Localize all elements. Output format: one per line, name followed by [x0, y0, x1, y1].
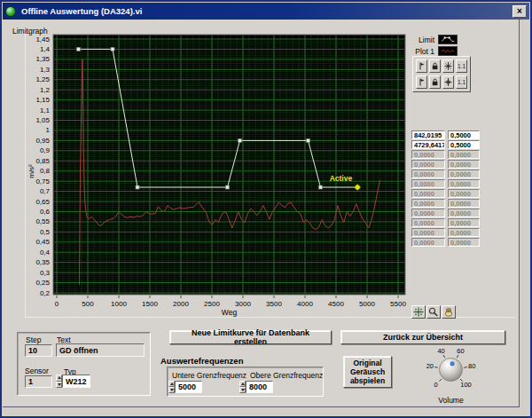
cursor-value-cell[interactable]: 842,0195 [411, 130, 445, 139]
cursor-value-cell[interactable]: 0,0000 [411, 170, 445, 178]
typ-spinner[interactable] [56, 375, 62, 388]
cursor-value-cell[interactable]: 0,0000 [448, 189, 480, 198]
svg-text:0,35: 0,35 [35, 258, 50, 266]
cursor-value-icon: 1.1 [457, 61, 466, 71]
cursor-value-cell[interactable]: 0,0000 [448, 160, 480, 169]
crosshair-icon [413, 307, 424, 317]
svg-text:0,8: 0,8 [40, 167, 51, 175]
knob-indicator-dot [450, 362, 455, 367]
upper-frequency-label: Obere Grenzfrequenz [250, 371, 323, 380]
cursor-value-cell[interactable]: 0,0000 [411, 189, 445, 198]
cursor-value-cell[interactable]: 0,0000 [411, 150, 445, 159]
plot1-curve-icon[interactable] [438, 46, 458, 56]
palette-crosshair-button[interactable] [411, 305, 426, 319]
cursor-value-cell[interactable]: 0,0000 [448, 199, 480, 208]
volume-knob[interactable]: 020406080100 [426, 344, 476, 395]
cursor-value-cell[interactable]: 0,5000 [448, 140, 480, 149]
svg-text:0,9: 0,9 [40, 146, 51, 154]
magnifier-icon [428, 307, 439, 317]
cursor-row: 0,00000,0000 [411, 228, 480, 237]
cursor-value-cell[interactable]: 0,0000 [448, 238, 480, 247]
svg-text:m/s²: m/s² [27, 164, 35, 178]
svg-text:1: 1 [46, 126, 51, 134]
lower-frequency-field[interactable]: 5000 [175, 381, 202, 393]
legend-label-plot1: Plot 1 [410, 47, 438, 56]
cursor1-select-button[interactable] [416, 59, 427, 73]
back-to-overview-button[interactable]: Zurück zur Übersicht [340, 330, 505, 344]
vi-icon [5, 6, 16, 17]
svg-text:0,95: 0,95 [35, 137, 50, 145]
lower-spin-up[interactable] [168, 381, 175, 387]
cursor-value-cell[interactable]: 0,0000 [448, 179, 480, 188]
upper-frequency-field[interactable]: 8000 [246, 381, 273, 393]
lower-frequency-label: Untere Grenzfrequenz [172, 371, 246, 380]
cursor2-position-button[interactable]: 1.1 [456, 75, 467, 89]
cursor-row: 0,00000,0000 [411, 170, 480, 178]
cursor-value-cell[interactable]: 0,0000 [448, 170, 480, 178]
cursor-pointer-icon [418, 77, 426, 87]
cursor1-style-button[interactable] [442, 59, 454, 73]
app-window: Offline Auswertung (DA324).vi × Limitgra… [0, 0, 532, 418]
cursor-value-cell[interactable]: 0,0000 [448, 209, 480, 217]
step-field[interactable]: 10 [25, 344, 52, 357]
typ-field[interactable]: W212 [62, 375, 90, 388]
cursor2-select-button[interactable] [416, 75, 427, 89]
window-title: Offline Auswertung (DA324).vi [21, 6, 512, 16]
cursor-value-cell[interactable]: 0,0000 [411, 199, 445, 208]
cursor1-position-button[interactable]: 1.1 [456, 59, 467, 73]
limit-graph-plot[interactable]: Active0,20,250,30,350,40,450,50,550,60,6… [7, 27, 408, 321]
sensor-field[interactable]: 1 [25, 375, 52, 388]
cursor-value-cell[interactable]: 0,0000 [448, 218, 480, 227]
hand-icon [443, 307, 454, 317]
cursor-legend: 1.1 [412, 56, 471, 92]
play-original-button[interactable]: Original Geräusch abspielen [343, 356, 392, 388]
cursor-value-cell[interactable]: 0,0000 [448, 150, 480, 159]
upper-spin-up[interactable] [239, 381, 246, 387]
cursor-value-cell[interactable]: 0,0000 [411, 228, 445, 237]
svg-text:1000: 1000 [111, 300, 127, 308]
cursor2-lock-button[interactable] [429, 75, 441, 89]
svg-text:1,35: 1,35 [35, 55, 50, 63]
lower-frequency-spinner[interactable] [168, 381, 175, 393]
cursor-value-cell[interactable]: 4729,6417 [411, 140, 445, 149]
svg-text:80: 80 [468, 362, 475, 370]
upper-spin-down[interactable] [239, 387, 246, 393]
volume-label: Volume [426, 396, 476, 405]
typ-spin-down[interactable] [56, 382, 62, 389]
svg-text:0,45: 0,45 [35, 238, 50, 246]
lower-spin-down[interactable] [168, 387, 175, 393]
cursor-value-cell[interactable]: 0,0000 [411, 179, 445, 188]
cursor-value-cell[interactable]: 0,0000 [411, 218, 445, 227]
typ-spin-up[interactable] [56, 375, 62, 382]
svg-text:0,3: 0,3 [40, 269, 51, 277]
cursor-value-cell[interactable]: 0,0000 [411, 160, 445, 169]
text-field[interactable]: GD öffnen [56, 343, 145, 357]
cursor-row: 842,01950,5000 [411, 130, 480, 139]
limit-curve-icon[interactable] [438, 35, 458, 44]
frequencies-box: Untere Grenzfrequenz 5000 Obere Grenzfre… [167, 367, 324, 397]
svg-text:2500: 2500 [204, 300, 220, 308]
lock-icon [431, 61, 439, 71]
svg-text:1,2: 1,2 [40, 86, 51, 94]
svg-text:20: 20 [426, 362, 434, 370]
cursor-values-table: 842,01950,50004729,64170,50000,00000,000… [411, 130, 480, 248]
cursor2-style-button[interactable] [442, 75, 454, 89]
palette-pan-button[interactable] [442, 305, 456, 319]
cursor1-lock-button[interactable] [429, 59, 441, 73]
legend-label-limit: Limit [410, 35, 438, 44]
svg-text:1,05: 1,05 [35, 116, 50, 124]
close-button[interactable]: × [512, 5, 527, 18]
svg-text:1500: 1500 [142, 300, 158, 308]
svg-text:0: 0 [55, 300, 59, 308]
new-limit-curve-button[interactable]: Neue Limitkurve für Datenbank erstellen [169, 330, 332, 344]
cursor-value-cell[interactable]: 0,5000 [448, 130, 480, 139]
cursor-value-cell[interactable]: 0,0000 [448, 228, 480, 237]
cursor-row: 0,00000,0000 [411, 150, 480, 159]
palette-zoom-button[interactable] [426, 305, 441, 319]
cursor-value-cell[interactable]: 0,0000 [411, 209, 445, 217]
svg-text:100: 100 [460, 381, 472, 389]
svg-text:0,75: 0,75 [35, 177, 50, 185]
cursor-value-cell[interactable]: 0,0000 [411, 238, 445, 247]
legend-row-limit[interactable]: Limit [410, 34, 458, 45]
upper-frequency-spinner[interactable] [239, 381, 246, 393]
